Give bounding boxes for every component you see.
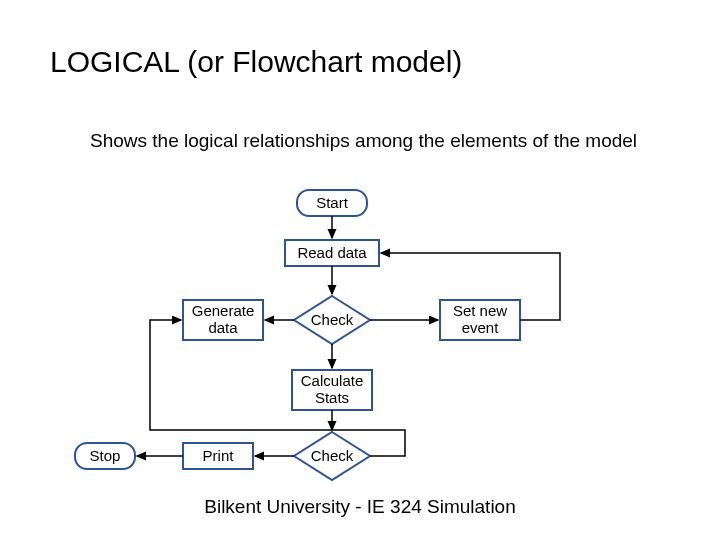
label-generate1: Generate: [192, 302, 255, 319]
label-setnew2: event: [462, 319, 500, 336]
label-print: Print: [203, 447, 235, 464]
slide-footer: Bilkent University - IE 324 Simulation: [0, 496, 720, 518]
label-stop: Stop: [90, 447, 121, 464]
label-generate2: data: [208, 319, 238, 336]
label-check1: Check: [311, 311, 354, 328]
label-calc1: Calculate: [301, 372, 364, 389]
label-setnew1: Set new: [453, 302, 507, 319]
label-start: Start: [316, 194, 349, 211]
label-read: Read data: [297, 244, 367, 261]
label-check2: Check: [311, 447, 354, 464]
flowchart: Start Read data Generate data Check Set …: [0, 0, 720, 540]
label-calc2: Stats: [315, 389, 349, 406]
